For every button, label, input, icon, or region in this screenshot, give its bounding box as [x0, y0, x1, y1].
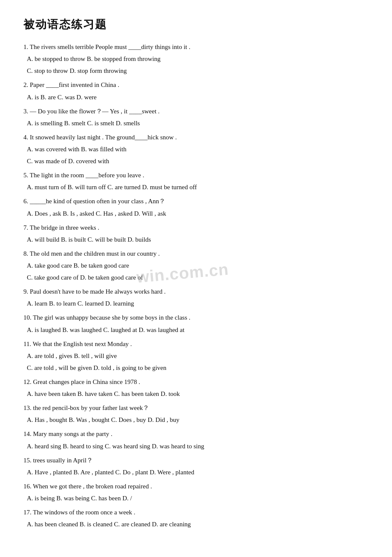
options-17: A. has been cleaned B. is cleaned C. are…	[27, 519, 369, 530]
question-6: 6. _____he kind of question often in you…	[23, 196, 369, 219]
option-row-17-0: A. has been cleaned B. is cleaned C. are…	[27, 519, 369, 530]
option-row-13-0: A. Has , bought B. Was , bought C. Does …	[27, 414, 369, 426]
question-text-3: 3. — Do you like the flower？— Yes , it _…	[23, 106, 369, 117]
question-text-13: 13. the red pencil-box by your father la…	[23, 402, 369, 413]
option-row-11-1: C. are told , will be given D. told , is…	[27, 362, 369, 374]
question-14: 14. Mary many songs at the party .A. hea…	[23, 428, 369, 452]
options-12: A. have been taken B. have taken C. has …	[27, 388, 369, 400]
options-4: A. was covered with B. was filled withC.…	[27, 144, 369, 167]
option-row-3-0: A. is smelling B. smelt C. is smelt D. s…	[27, 118, 369, 129]
question-8: 8. The old men and the children must in …	[23, 248, 369, 283]
question-text-16: 16. When we got there , the broken road …	[23, 481, 369, 492]
option-row-5-0: A. must turn of B. will turn off C. are …	[27, 182, 369, 193]
options-14: A. heard sing B. heard to sing C. was he…	[27, 441, 369, 452]
question-text-7: 7. The bridge in three weeks .	[23, 222, 369, 233]
question-text-8: 8. The old men and the children must in …	[23, 248, 369, 259]
option-row-1-1: C. stop to throw D. stop form throwing	[27, 65, 369, 77]
options-8: A. take good care B. be taken good careC…	[27, 260, 369, 283]
question-13: 13. the red pencil-box by your father la…	[23, 402, 369, 426]
options-6: A. Does , ask B. Is , asked C. Has , ask…	[27, 208, 369, 219]
question-text-12: 12. Great changes place in China since 1…	[23, 376, 369, 387]
option-row-16-0: A. is being B. was being C. has been D. …	[27, 493, 369, 504]
question-text-9: 9. Paul doesn't have to be made He alway…	[23, 286, 369, 297]
option-row-8-0: A. take good care B. be taken good care	[27, 260, 369, 271]
question-4: 4. It snowed heavily last night . The gr…	[23, 132, 369, 167]
option-row-12-0: A. have been taken B. have taken C. has …	[27, 388, 369, 400]
question-text-11: 11. We that the English test next Monday…	[23, 338, 369, 349]
options-7: A. will build B. is built C. will be bui…	[27, 234, 369, 245]
options-15: A. Have , planted B. Are , planted C. Do…	[27, 467, 369, 478]
question-15: 15. trees usually in April？A. Have , pla…	[23, 455, 369, 478]
page-title: 被动语态练习题	[23, 17, 369, 32]
question-text-1: 1. The rivers smells terrible People mus…	[23, 41, 369, 52]
question-1: 1. The rivers smells terrible People mus…	[23, 41, 369, 77]
question-text-15: 15. trees usually in April？	[23, 455, 369, 466]
question-text-5: 5. The light in the room ____before you …	[23, 170, 369, 181]
options-3: A. is smelling B. smelt C. is smelt D. s…	[27, 118, 369, 129]
option-row-4-0: A. was covered with B. was filled with	[27, 144, 369, 155]
option-row-11-0: A. are told , gives B. tell , will give	[27, 350, 369, 362]
question-text-2: 2. Paper ____first invented in China .	[23, 79, 369, 90]
question-10: 10. The girl was unhappy because she by …	[23, 312, 369, 335]
option-row-6-0: A. Does , ask B. Is , asked C. Has , ask…	[27, 208, 369, 219]
option-row-1-0: A. be stopped to throw B. be stopped fro…	[27, 53, 369, 65]
options-1: A. be stopped to throw B. be stopped fro…	[27, 53, 369, 77]
question-text-14: 14. Mary many songs at the party .	[23, 428, 369, 439]
options-11: A. are told , gives B. tell , will giveC…	[27, 350, 369, 374]
question-7: 7. The bridge in three weeks .A. will bu…	[23, 222, 369, 245]
option-row-2-0: A. is B. are C. was D. were	[27, 92, 369, 103]
question-text-10: 10. The girl was unhappy because she by …	[23, 312, 369, 323]
question-text-17: 17. The windows of the room once a week …	[23, 507, 369, 518]
question-16: 16. When we got there , the broken road …	[23, 481, 369, 504]
options-16: A. is being B. was being C. has been D. …	[27, 493, 369, 504]
question-5: 5. The light in the room ____before you …	[23, 170, 369, 193]
option-row-9-0: A. learn B. to learn C. learned D. learn…	[27, 298, 369, 309]
question-9: 9. Paul doesn't have to be made He alway…	[23, 286, 369, 309]
options-2: A. is B. are C. was D. were	[27, 92, 369, 103]
question-12: 12. Great changes place in China since 1…	[23, 376, 369, 400]
option-row-10-0: A. is laughed B. was laughed C. laughed …	[27, 324, 369, 336]
question-text-4: 4. It snowed heavily last night . The gr…	[23, 132, 369, 143]
question-2: 2. Paper ____first invented in China .A.…	[23, 79, 369, 103]
options-5: A. must turn of B. will turn off C. are …	[27, 182, 369, 193]
question-11: 11. We that the English test next Monday…	[23, 338, 369, 374]
option-row-15-0: A. Have , planted B. Are , planted C. Do…	[27, 467, 369, 478]
option-row-8-1: C. take good care of D. be taken good ca…	[27, 272, 369, 283]
option-row-14-0: A. heard sing B. heard to sing C. was he…	[27, 441, 369, 452]
options-13: A. Has , bought B. Was , bought C. Does …	[27, 414, 369, 426]
question-17: 17. The windows of the room once a week …	[23, 507, 369, 530]
options-9: A. learn B. to learn C. learned D. learn…	[27, 298, 369, 309]
option-row-7-0: A. will build B. is built C. will be bui…	[27, 234, 369, 245]
options-10: A. is laughed B. was laughed C. laughed …	[27, 324, 369, 336]
question-3: 3. — Do you like the flower？— Yes , it _…	[23, 106, 369, 129]
option-row-4-1: C. was made of D. covered with	[27, 156, 369, 167]
questions-container: 1. The rivers smells terrible People mus…	[23, 41, 369, 530]
question-text-6: 6. _____he kind of question often in you…	[23, 196, 369, 207]
